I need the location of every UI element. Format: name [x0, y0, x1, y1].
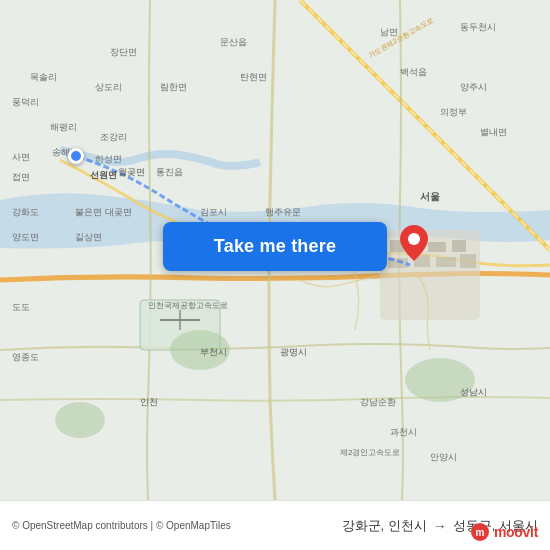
- svg-text:장단면: 장단면: [110, 47, 137, 57]
- moovit-logo-icon: m: [470, 522, 490, 542]
- take-me-there-button[interactable]: Take me there: [163, 222, 387, 271]
- svg-text:의정부: 의정부: [440, 107, 467, 117]
- origin-label: 강화군, 인천시: [342, 517, 427, 535]
- svg-text:영종도: 영종도: [12, 352, 39, 362]
- svg-text:도도: 도도: [12, 302, 30, 312]
- svg-text:풍덕리: 풍덕리: [12, 97, 39, 107]
- origin-marker: [68, 148, 84, 164]
- svg-point-12: [55, 402, 105, 438]
- svg-rect-9: [436, 257, 456, 267]
- svg-text:목솔리: 목솔리: [30, 72, 57, 82]
- svg-rect-10: [460, 254, 476, 268]
- svg-text:조강리: 조강리: [100, 132, 127, 142]
- svg-rect-6: [452, 240, 466, 252]
- svg-text:강남순환: 강남순환: [360, 397, 396, 407]
- svg-text:별내면: 별내면: [480, 127, 507, 137]
- bottom-bar: © OpenStreetMap contributors | © OpenMap…: [0, 500, 550, 550]
- svg-text:백석읍: 백석읍: [400, 67, 427, 77]
- svg-text:강화도: 강화도: [12, 207, 39, 217]
- arrow-icon: →: [433, 518, 447, 534]
- map-attribution: © OpenStreetMap contributors | © OpenMap…: [12, 519, 231, 533]
- svg-text:선원면: 선원면: [90, 170, 117, 180]
- svg-text:서울: 서울: [420, 191, 440, 202]
- svg-point-56: [408, 233, 420, 245]
- svg-text:림한면: 림한면: [160, 82, 187, 92]
- svg-text:불은면: 불은면: [75, 207, 102, 217]
- svg-text:사면: 사면: [12, 152, 30, 162]
- svg-text:대곶면: 대곶면: [105, 207, 132, 217]
- svg-text:제2경인고속도로: 제2경인고속도로: [340, 448, 400, 457]
- svg-text:접면: 접면: [12, 172, 30, 182]
- svg-text:길상면: 길상면: [75, 232, 102, 242]
- svg-text:광명시: 광명시: [280, 347, 307, 357]
- svg-text:하성면: 하성면: [95, 154, 122, 164]
- svg-text:동두천시: 동두천시: [460, 22, 496, 32]
- svg-text:과천시: 과천시: [390, 427, 417, 437]
- svg-text:상도리: 상도리: [95, 82, 122, 92]
- svg-text:인천국제공항고속도로: 인천국제공항고속도로: [148, 301, 228, 310]
- moovit-brand-name: moovit: [494, 524, 538, 540]
- svg-text:해평리: 해평리: [50, 122, 77, 132]
- svg-text:성남시: 성남시: [460, 387, 487, 397]
- moovit-logo: m moovit: [470, 522, 538, 542]
- svg-text:통진읍: 통진읍: [156, 167, 183, 177]
- svg-text:김포시: 김포시: [200, 207, 227, 217]
- svg-text:문산읍: 문산읍: [220, 37, 247, 47]
- svg-text:월곶면: 월곶면: [118, 167, 145, 177]
- svg-text:인천: 인천: [140, 397, 158, 407]
- svg-text:부천시: 부천시: [200, 347, 227, 357]
- svg-rect-5: [428, 242, 446, 252]
- svg-text:m: m: [475, 527, 484, 538]
- destination-marker: [400, 225, 428, 265]
- svg-text:양도면: 양도면: [12, 232, 39, 242]
- map-container: 목솔리 장단면 문산읍 남면 동두천시 풍덕리 해평리 상도리 림한면 탄현면 …: [0, 0, 550, 500]
- svg-text:탄현면: 탄현면: [240, 72, 267, 82]
- svg-text:안양시: 안양시: [430, 452, 457, 462]
- svg-text:행주유문: 행주유문: [265, 207, 301, 217]
- svg-text:양주시: 양주시: [460, 82, 487, 92]
